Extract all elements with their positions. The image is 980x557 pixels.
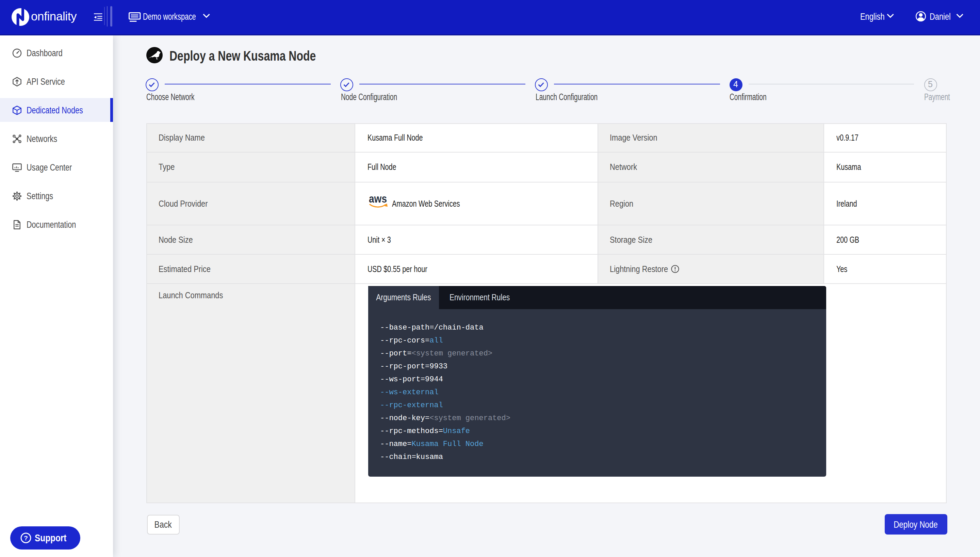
svg-text:aws: aws bbox=[369, 194, 387, 205]
svg-text:?: ? bbox=[24, 534, 28, 542]
